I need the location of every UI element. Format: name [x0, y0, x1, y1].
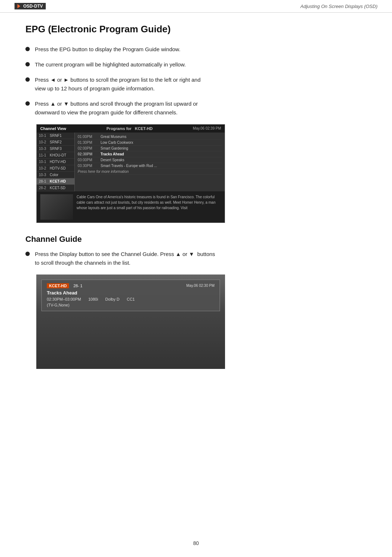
ch-num: 28-1: [39, 179, 50, 183]
epg-screenshot-header: Channel View Programs for KCET-HD May.06…: [37, 125, 225, 133]
ch-name: KCET-SD: [50, 186, 65, 190]
epg-channel-row: 10-2 SRNF2: [37, 139, 74, 146]
bullet-dot-2: [25, 62, 30, 66]
epg-description: Cable Cars One of America's historic tre…: [77, 194, 221, 220]
page-number: 80: [0, 540, 392, 546]
ch-name: SRNF3: [50, 147, 62, 151]
channel-guide-title: Channel Guide: [25, 235, 367, 244]
epg-channel-row: 10-1 HDTV-HD: [37, 159, 74, 165]
ch-name: Color: [50, 173, 58, 177]
ch-num: 10-2: [39, 166, 50, 170]
epg-thumbnail: [40, 194, 73, 220]
epg-program-row: 01:00PM Great Museums: [78, 134, 222, 140]
header-tag: OSD-DTV: [15, 3, 46, 9]
epg-channel-row: 10-3 SRNF3: [37, 146, 74, 152]
epg-bullet-3-text: Press ◄ or ► buttons to scroll the progr…: [35, 76, 367, 93]
epg-program-row: 02:00PM Smart Gardening: [78, 146, 222, 151]
epg-time: 02:00PM: [78, 146, 98, 150]
ch-name: SRNF2: [50, 140, 62, 144]
cg-time-range: 02:30PM–03:00PM: [47, 297, 81, 301]
epg-bullet-1-text: Press the EPG button to display the Prog…: [35, 45, 367, 54]
epg-bullet-2-text: The current program will be highlighted …: [35, 60, 367, 69]
cg-time-info: 02:30PM–03:00PM 1080i Dolby D CC1: [47, 297, 215, 301]
epg-screenshot: Channel View Programs for KCET-HD May.06…: [36, 124, 225, 223]
epg-program-row: 01:30PM Low Carb Cookworx: [78, 140, 222, 146]
epg-bullet-list: Press the EPG button to display the Prog…: [25, 45, 367, 117]
epg-program-title: Low Carb Cookworx: [101, 141, 222, 145]
header-tag-arrow-icon: [17, 4, 20, 8]
epg-program-title: Tracks Ahead: [101, 152, 222, 156]
header-bar: OSD-DTV Adjusting On Screen Displays (OS…: [0, 0, 392, 13]
ch-name: KHOU-DT: [50, 153, 66, 157]
cg-rating: (TV-G,None): [47, 303, 215, 307]
cg-top-bar: KCET-HD 28- 1 May.06 02:30 PM: [47, 284, 215, 288]
cg-resolution: 1080i: [88, 297, 98, 301]
bullet-dot-4: [25, 101, 30, 106]
ch-num: 10-1: [39, 160, 50, 164]
epg-body: 10-1 SRNF1 10-2 SRNF2 10-3 SRNF3 11-1 KH…: [37, 133, 225, 191]
cg-channel-num: 28- 1: [73, 284, 82, 288]
epg-bullet-2: The current program will be highlighted …: [25, 60, 367, 69]
main-content: EPG (Electronic Program Guide) Press the…: [0, 13, 392, 383]
channel-guide-screenshot: KCET-HD 28- 1 May.06 02:30 PM Tracks Ahe…: [36, 275, 225, 369]
ch-num: 10-3: [39, 173, 50, 177]
epg-bullet-3: Press ◄ or ► buttons to scroll the progr…: [25, 76, 367, 93]
cg-channel-tag: KCET-HD: [47, 283, 69, 288]
epg-channel-row: 10-3 Color: [37, 172, 74, 178]
epg-channel-row: 11-1 KHOU-DT: [37, 152, 74, 159]
ch-num: 10-3: [39, 147, 50, 151]
header-subtitle: Adjusting On Screen Displays (OSD): [301, 4, 377, 9]
epg-program-title: Smart Gardening: [101, 146, 222, 150]
cg-cc: CC1: [127, 297, 135, 301]
epg-header-center: Programs for KCET-HD: [106, 126, 152, 131]
epg-channel-row-active: 28-1 KCET-HD: [37, 178, 74, 185]
epg-time: 01:30PM: [78, 141, 98, 145]
cg-date: May.06 02:30 PM: [186, 284, 215, 288]
ch-name: KCET-HD: [50, 179, 66, 183]
epg-more-info-link: Press here for more information: [78, 169, 222, 175]
epg-program-row-active: 02:30PM Tracks Ahead: [78, 151, 222, 157]
epg-program-row: 03:30PM Smart Travels - Europe with Rud …: [78, 163, 222, 169]
channel-guide-bullet-text: Press the Display button to see the Chan…: [35, 250, 367, 267]
epg-channel-row: 10-2 HDTV-SD: [37, 165, 74, 172]
epg-header-left: Channel View: [40, 126, 66, 131]
bullet-dot-1: [25, 47, 30, 51]
epg-program-title: Smart Travels - Europe with Rud ...: [101, 164, 222, 168]
epg-bullet-1: Press the EPG button to display the Prog…: [25, 45, 367, 54]
ch-num: 28-2: [39, 186, 50, 190]
channel-guide-bullet-1: Press the Display button to see the Chan…: [25, 250, 367, 267]
epg-channel-row: 10-1 SRNF1: [37, 133, 74, 139]
bullet-dot-cg: [25, 252, 30, 256]
cg-channel-info: KCET-HD 28- 1: [47, 284, 82, 288]
epg-program-list: 01:00PM Great Museums 01:30PM Low Carb C…: [75, 133, 225, 191]
epg-channel-list: 10-1 SRNF1 10-2 SRNF2 10-3 SRNF3 11-1 KH…: [37, 133, 75, 191]
cg-program-title: Tracks Ahead: [47, 290, 215, 296]
epg-time: 03:30PM: [78, 164, 98, 168]
epg-header-date: May.06 02:39 PM: [193, 126, 221, 131]
ch-name: HDTV-SD: [50, 166, 66, 170]
ch-name: SRNF1: [50, 134, 62, 138]
epg-bottom: Cable Cars One of America's historic tre…: [37, 191, 225, 223]
epg-program-row: 03:00PM Desert Speaks: [78, 157, 222, 163]
header-tag-text: OSD-DTV: [23, 4, 43, 9]
epg-title: EPG (Electronic Program Guide): [25, 24, 367, 35]
epg-time: 02:30PM: [78, 152, 98, 156]
epg-time: 03:00PM: [78, 158, 98, 162]
ch-num: 11-1: [39, 153, 50, 157]
channel-guide-bullet-list: Press the Display button to see the Chan…: [25, 250, 367, 267]
bullet-dot-3: [25, 77, 30, 82]
ch-name: HDTV-HD: [50, 160, 66, 164]
epg-program-title: Great Museums: [101, 135, 222, 139]
epg-channel-row: 28-2 KCET-SD: [37, 185, 74, 191]
epg-time: 01:00PM: [78, 135, 98, 139]
ch-num: 10-2: [39, 140, 50, 144]
cg-audio: Dolby D: [105, 297, 119, 301]
cg-overlay: KCET-HD 28- 1 May.06 02:30 PM Tracks Ahe…: [41, 280, 220, 311]
ch-num: 10-1: [39, 134, 50, 138]
epg-link-text: Press here for more information: [78, 170, 129, 174]
epg-program-title: Desert Speaks: [101, 158, 222, 162]
epg-bullet-4-text: Press ▲ or ▼ buttons and scroll through …: [35, 99, 367, 117]
epg-bullet-4: Press ▲ or ▼ buttons and scroll through …: [25, 99, 367, 117]
